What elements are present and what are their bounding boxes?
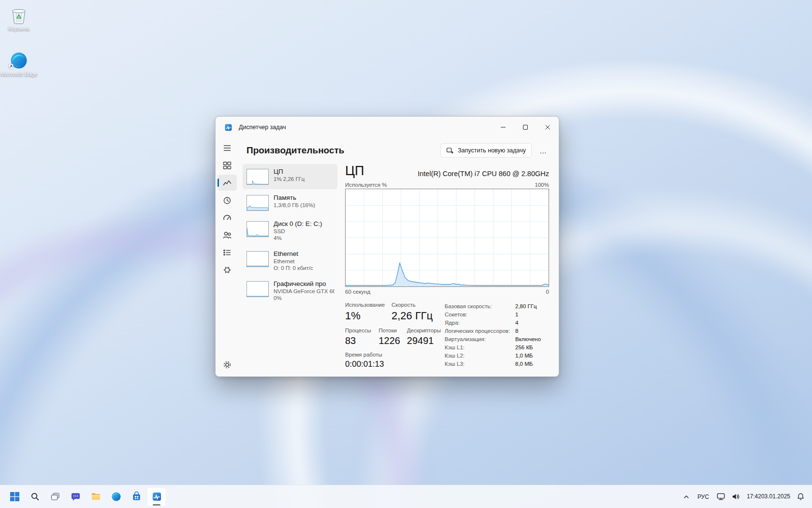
perf-item-subtitle: 1% 2,26 ГГц [274,176,304,182]
perf-item-disk[interactable]: Диск 0 (D: E: C:) SSD 4% [243,216,337,245]
nav-app-history[interactable] [218,192,237,208]
ellipsis-icon: … [539,147,547,155]
perf-item-cpu[interactable]: ЦП 1% 2,26 ГГц [243,164,337,189]
system-tray: РУС 17:42 03.01.2025 [680,487,807,507]
processes-icon [222,161,232,170]
detail-label: Ядра: [445,320,515,326]
handles-label: Дескрипторы [407,328,441,333]
nav-menu-button[interactable] [218,140,237,156]
detail-label: Сокетов: [445,312,515,318]
gpu-mini-chart [246,281,269,297]
chat-icon [71,492,81,502]
search-icon [30,492,40,501]
main-column: Производительность Запустить новую задач… [239,138,559,376]
chart-axis-bottom: 60 секунд 0 [345,289,549,295]
edge-icon [9,51,29,70]
cpu-details: Базовая скорость:2,80 ГГц Сокетов:1 Ядра… [445,302,549,376]
run-new-task-label: Запустить новую задачу [458,147,526,154]
services-icon [222,265,232,275]
speaker-icon [731,492,740,501]
perf-item-gpu[interactable]: Графический про NVIDIA GeForce GTX 660 0… [243,276,337,305]
nav-users[interactable] [218,227,237,243]
detail-label: Кэш L3: [445,361,515,367]
perf-item-ethernet[interactable]: Ethernet Ethernet О: 0 П: 0 кбит/с [243,246,337,275]
clock-time: 17:42 [747,493,761,500]
axis-label-usage: Используется % [345,182,387,188]
nav-services[interactable] [218,262,237,278]
edge-icon [111,492,121,502]
threads-value: 1226 [378,335,403,346]
nav-details[interactable] [218,244,237,260]
more-options-button[interactable]: … [536,143,551,158]
cpu-usage-chart [345,189,549,287]
performance-content: ЦП 1% 2,26 ГГц Память 1,3/8,0 ГБ (16%) [239,163,559,376]
window-body: Производительность Запустить новую задач… [216,138,559,376]
volume-button[interactable] [729,487,743,507]
page-header: Производительность Запустить новую задач… [239,138,559,163]
minimize-button[interactable] [492,117,514,138]
file-explorer-button[interactable] [86,487,105,507]
network-icon [716,492,725,501]
taskbar-apps [5,487,166,507]
history-icon [222,195,232,205]
shortcut-arrow-icon [8,64,14,71]
axis-label-max: 100% [535,182,549,188]
clock[interactable]: 17:42 03.01.2025 [744,487,793,507]
uptime-value: 0:00:01:13 [345,359,384,369]
hidden-icons-button[interactable] [680,487,693,507]
chevron-up-icon [683,494,689,499]
desktop-icon-label: Корзина [8,26,29,32]
window-title: Диспетчер задач [239,124,286,131]
nav-settings[interactable] [218,357,237,373]
edge-button[interactable] [106,487,126,507]
nav-processes[interactable] [218,157,237,173]
search-button[interactable] [25,487,44,507]
perf-item-title: Память [274,194,315,201]
perf-item-memory[interactable]: Память 1,3/8,0 ГБ (16%) [243,190,337,215]
ethernet-mini-chart [246,251,269,267]
gear-icon [222,360,232,370]
titlebar[interactable]: Диспетчер задач [216,117,559,138]
cpu-stats-left: Использование 1% Скорость 2,26 ГГц [345,302,445,376]
bell-icon [797,493,805,501]
close-button[interactable] [536,117,559,138]
cpu-mini-chart [246,169,269,185]
details-list-icon [222,248,232,257]
desktop-icon-edge[interactable]: Microsoft Edge [0,51,38,77]
perf-item-title: Графический про [274,280,334,287]
detail-value: 1,0 МБ [515,353,533,359]
microsoft-store-button[interactable] [127,487,146,507]
users-icon [222,230,232,240]
cpu-model: Intel(R) Core(TM) i7 CPU 860 @ 2.80GHz [418,170,549,178]
start-button[interactable] [5,487,24,507]
notification-center-button[interactable] [794,487,807,507]
network-button[interactable] [714,487,728,507]
nav-performance[interactable] [218,175,237,191]
usage-value: 1% [345,310,388,322]
uptime-label: Время работы [345,352,384,358]
task-manager-taskbar-button[interactable] [147,487,166,507]
task-view-button[interactable] [45,487,65,507]
file-explorer-icon [91,492,101,502]
axis-label-0: 0 [546,289,549,295]
detail-label: Виртуализация: [445,336,515,343]
detail-label: Базовая скорость: [445,303,515,310]
usage-label: Использование [345,302,388,308]
nav-startup-apps[interactable] [218,209,237,225]
chat-button[interactable] [66,487,85,507]
perf-item-subtitle2: 0% [274,295,334,301]
maximize-button[interactable] [514,117,536,138]
detail-label: Кэш L2: [445,353,515,359]
language-indicator[interactable]: РУС [694,487,713,507]
windows-logo-icon [10,492,20,502]
run-new-task-button[interactable]: Запустить новую задачу [440,143,532,158]
detail-value: 256 КБ [515,344,533,351]
perf-item-subtitle: 1,3/8,0 ГБ (16%) [274,202,315,208]
gauge-icon [222,213,232,223]
desktop-icon-recycle-bin[interactable]: Корзина [0,6,38,32]
detail-value: 4 [515,320,518,326]
store-icon [131,492,142,502]
memory-mini-chart [246,195,269,211]
detail-value: 2,80 ГГц [515,303,537,310]
new-task-icon [446,147,454,154]
